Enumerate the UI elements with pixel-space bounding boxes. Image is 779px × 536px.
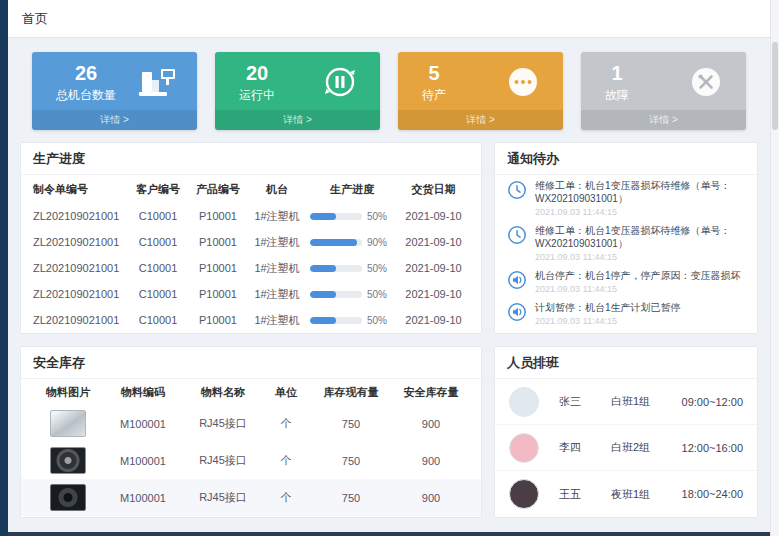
stat-card-running[interactable]: 20 运行中 详情 > (215, 52, 380, 130)
panel-title: 通知待办 (495, 143, 757, 175)
table-row[interactable]: ZL202109021001 C10001 P10001 1#注塑机 50% 2… (21, 203, 481, 229)
machine-name: 1#注塑机 (248, 235, 306, 250)
table-row[interactable]: ZL202109021001 C10001 P10001 1#注塑机 50% 2… (21, 255, 481, 281)
progress-cell: 50% (306, 315, 398, 326)
tab-home[interactable]: 首页 (22, 10, 48, 28)
stock-quantity: 750 (309, 492, 393, 504)
notification-item[interactable]: 维修工单：机台1变压器损坏待维修（单号：WX202109031001） 2021… (495, 220, 757, 265)
stat-card-pending[interactable]: 5 待产 详情 > (398, 52, 563, 130)
machine-name: 1#注塑机 (248, 313, 306, 328)
stat-card-fault[interactable]: 1 故障 详情 > (581, 52, 746, 130)
notification-timestamp: 2021.09.03 11:44:15 (535, 316, 681, 326)
material-name: RJ45接口 (183, 416, 263, 431)
stock-quantity: 750 (309, 455, 393, 467)
table-row[interactable]: M100001 RJ45接口 个 750 900 (21, 442, 481, 479)
table-row[interactable]: ZL202109021001 C10001 P10001 1#注塑机 50% 2… (21, 281, 481, 307)
machine-name: 1#注塑机 (248, 261, 306, 276)
order-number: ZL202109021001 (33, 288, 128, 300)
product-number: P10001 (188, 262, 248, 274)
notification-body: 机台停产：机台1停产，停产原因：变压器损坏 2021.09.03 11:44:1… (535, 269, 741, 294)
column-header: 库存现有量 (309, 385, 393, 400)
ellipsis-icon (503, 64, 543, 100)
table-header: 物料图片 物料编码 物料名称 单位 库存现有量 安全库存量 (21, 379, 481, 405)
stat-card-total-machines[interactable]: 26 总机台数量 详情 > (32, 52, 197, 130)
tools-icon (686, 64, 726, 100)
personnel-list: 张三 白班1组 09:00~12:00 李四 白班2组 12:00~16:00 (495, 379, 757, 517)
progress-percent: 50% (367, 263, 387, 274)
stock-quantity: 750 (309, 418, 393, 430)
progress-bar-fill (310, 291, 336, 298)
material-photo (50, 447, 86, 474)
column-header: 产品编号 (188, 182, 248, 197)
stat-detail-link[interactable]: 详情 > (215, 110, 380, 130)
panel-safety-stock: 安全库存 物料图片 物料编码 物料名称 单位 库存现有量 安全库存量 M1000… (20, 346, 482, 518)
table-row[interactable]: ZL202109021001 C10001 P10001 1#注塑机 50% 2… (21, 307, 481, 333)
stat-detail-link[interactable]: 详情 > (581, 110, 746, 130)
stat-card-info: 5 待产 (422, 61, 446, 104)
notification-text: 维修工单：机台1变压器损坏待维修（单号：WX202109031001） (535, 179, 745, 205)
stat-detail-link[interactable]: 详情 > (32, 110, 197, 130)
progress-bar-fill (310, 213, 336, 220)
stat-card-body: 26 总机台数量 (32, 52, 197, 108)
avatar (509, 479, 539, 509)
stat-value: 26 (56, 61, 116, 86)
column-header: 安全库存量 (393, 385, 469, 400)
stat-value: 20 (239, 61, 275, 86)
unit: 个 (263, 453, 309, 468)
delivery-date: 2021-09-10 (398, 262, 469, 274)
product-number: P10001 (188, 236, 248, 248)
notification-body: 维修工单：机台1变压器损坏待维修（单号：WX202109031001） 2021… (535, 179, 745, 217)
notification-icon (507, 302, 527, 322)
notification-item[interactable]: 计划暂停：机台1生产计划已暂停 2021.09.03 11:44:15 (495, 297, 757, 329)
notification-icon (507, 270, 527, 290)
table-row[interactable]: M100001 RJ45接口 个 750 900 (21, 479, 481, 516)
machine-name: 1#注塑机 (248, 209, 306, 224)
person-name: 王五 (559, 487, 611, 502)
progress-bar-fill (310, 317, 336, 324)
notification-timestamp: 2021.09.03 11:44:15 (535, 284, 741, 294)
table-row[interactable]: ZL202109021001 C10001 P10001 1#注塑机 90% 2… (21, 229, 481, 255)
column-header: 客户编号 (128, 182, 188, 197)
dashboard-content: 26 总机台数量 详情 > (8, 38, 770, 518)
scrollbar-thumb[interactable] (772, 42, 778, 130)
progress-percent: 90% (367, 237, 387, 248)
stat-detail-link[interactable]: 详情 > (398, 110, 563, 130)
person-shift-time: 09:00~12:00 (682, 396, 743, 408)
progress-bar-track (310, 239, 362, 246)
progress-cell: 50% (306, 263, 398, 274)
progress-bar-track (310, 213, 362, 220)
order-number: ZL202109021001 (33, 314, 128, 326)
machine-name: 1#注塑机 (248, 287, 306, 302)
delivery-date: 2021-09-10 (398, 210, 469, 222)
notification-timestamp: 2021.09.03 11:44:15 (535, 207, 745, 217)
column-header: 单位 (263, 385, 309, 400)
window-bottom-edge (0, 532, 770, 536)
person-shift-time: 12:00~16:00 (682, 442, 743, 454)
notification-icon (507, 225, 527, 245)
progress-cell: 50% (306, 289, 398, 300)
stat-value: 5 (422, 61, 446, 86)
unit: 个 (263, 416, 309, 431)
stat-card-info: 20 运行中 (239, 61, 275, 104)
product-number: P10001 (188, 210, 248, 222)
scrollbar[interactable] (770, 0, 779, 536)
notification-text: 维修工单：机台1变压器损坏待维修（单号：WX202109031001） (535, 224, 745, 250)
panel-notifications: 通知待办 (494, 142, 758, 334)
material-photo-cell (33, 447, 103, 474)
stat-card-body: 20 运行中 (215, 52, 380, 108)
notification-text: 计划暂停：机台1生产计划已暂停 (535, 301, 681, 314)
progress-percent: 50% (367, 315, 387, 326)
material-name: RJ45接口 (183, 490, 263, 505)
column-header: 物料名称 (183, 385, 263, 400)
person-shift-time: 18:00~24:00 (682, 488, 743, 500)
material-photo-cell (33, 484, 103, 511)
notification-item[interactable]: 机台停产：机台1停产，停产原因：变压器损坏 2021.09.03 11:44:1… (495, 265, 757, 297)
table-row[interactable]: M100001 RJ45接口 个 750 900 (21, 405, 481, 442)
notification-text: 机台停产：机台1停产，停产原因：变压器损坏 (535, 269, 741, 282)
progress-cell: 50% (306, 211, 398, 222)
progress-cell: 90% (306, 237, 398, 248)
notification-item[interactable]: 维修工单：机台1变压器损坏待维修（单号：WX202109031001） 2021… (495, 175, 757, 220)
stat-label: 待产 (422, 87, 446, 104)
progress-bar-track (310, 265, 362, 272)
material-photo-cell (33, 410, 103, 437)
